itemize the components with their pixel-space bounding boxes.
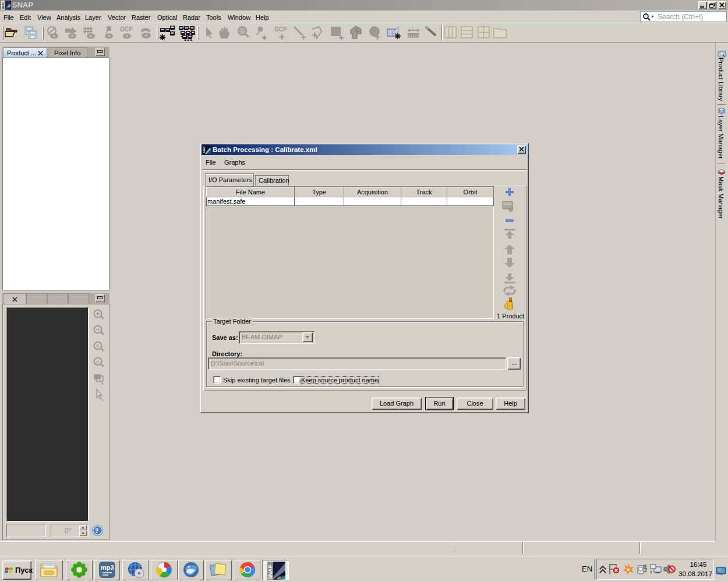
svg-text:?: ? — [411, 26, 414, 31]
svg-text:SNAP: SNAP — [2, 1, 5, 9]
svg-text:GCP: GCP — [274, 26, 287, 33]
svg-text:P: P — [96, 343, 100, 349]
svg-text:?: ? — [95, 527, 98, 535]
svg-text:SNAP: SNAP — [203, 147, 206, 153]
svg-text:SNAP: SNAP — [267, 565, 273, 579]
svg-text:GCP: GCP — [120, 26, 133, 33]
svg-text:mp3: mp3 — [101, 564, 114, 571]
svg-text:a: a — [627, 567, 630, 572]
svg-text:A: A — [96, 359, 100, 365]
